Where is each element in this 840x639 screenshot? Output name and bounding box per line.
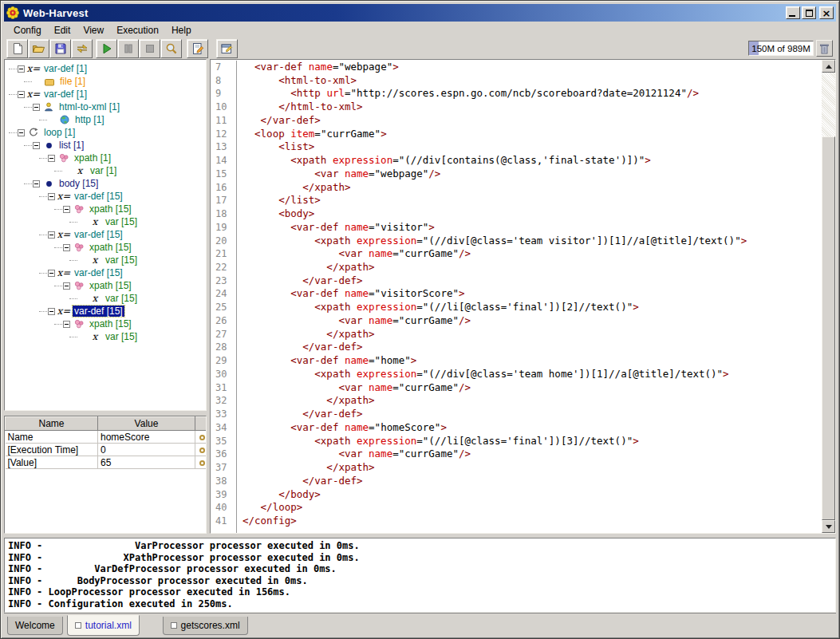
collapse-expander-icon[interactable]	[18, 129, 25, 136]
tree-node[interactable]: xvar [15]	[5, 292, 206, 305]
tree-node[interactable]: x=var-def [1]	[5, 62, 206, 75]
tree-node-label[interactable]: var-def [1]	[42, 63, 89, 74]
scrollbar-thumb[interactable]	[822, 136, 835, 520]
tree-node-label[interactable]: list [1]	[57, 140, 85, 151]
edit-button[interactable]	[187, 39, 208, 58]
tree-node[interactable]: xpath [15]	[5, 318, 206, 330]
magnifier-icon[interactable]	[199, 435, 205, 440]
tree-node-label[interactable]: var-def [15]	[73, 191, 124, 202]
scroll-down-button[interactable]	[822, 520, 835, 533]
tree-node-label[interactable]: var [15]	[104, 216, 139, 227]
tree-node-label[interactable]: xpath [15]	[88, 203, 133, 215]
tree-node[interactable]: x=var-def [1]	[5, 88, 206, 101]
refresh-button[interactable]	[71, 39, 93, 58]
tab-getscores-xml[interactable]: getscores.xml	[163, 617, 248, 635]
tab-welcome[interactable]: Welcome	[7, 617, 63, 635]
tree-node[interactable]: file [1]	[5, 75, 206, 88]
title-bar[interactable]: Web-Harvest ×	[4, 4, 836, 22]
tab-tutorial-xml[interactable]: tutorial.xml	[67, 615, 140, 636]
minimize-button[interactable]	[786, 6, 800, 19]
garbage-collect-button[interactable]	[816, 40, 833, 57]
magnifier-icon[interactable]	[199, 460, 205, 466]
tree-node[interactable]: xvar [15]	[5, 254, 206, 266]
tree-node[interactable]: http [1]	[5, 113, 206, 126]
menu-view[interactable]: View	[77, 23, 110, 37]
properties-button[interactable]	[216, 39, 238, 58]
collapse-expander-icon[interactable]	[48, 308, 55, 315]
column-header-Name[interactable]: Name	[6, 417, 98, 431]
collapse-expander-icon[interactable]	[18, 91, 25, 98]
menu-help[interactable]: Help	[165, 23, 198, 37]
tree-node-label[interactable]: http [1]	[73, 114, 106, 125]
collapse-expander-icon[interactable]	[48, 270, 55, 277]
tree-node-label[interactable]: html-to-xml [1]	[57, 101, 121, 112]
tree-node-label[interactable]: var-def [1]	[42, 89, 89, 100]
tree-node[interactable]: xpath [15]	[5, 203, 206, 215]
tree-node-label[interactable]: var [15]	[104, 293, 139, 304]
editor-scrollbar[interactable]	[822, 60, 835, 533]
magnifier-icon[interactable]	[199, 448, 205, 453]
tree-node[interactable]: xvar [1]	[5, 164, 206, 177]
pause-button[interactable]	[117, 39, 139, 58]
tree-node-label[interactable]: var-def [15]	[73, 229, 124, 240]
menu-config[interactable]: Config	[7, 23, 48, 37]
tree-node[interactable]: list [1]	[5, 139, 206, 152]
tree-node-label[interactable]: xpath [1]	[73, 152, 112, 164]
tree-node-label[interactable]: var [15]	[104, 254, 139, 266]
xml-editor[interactable]: 7891011121314151617181920212223242526272…	[210, 59, 836, 534]
open-button[interactable]	[28, 39, 49, 58]
collapse-expander-icon[interactable]	[48, 193, 55, 200]
scroll-up-button[interactable]	[822, 60, 835, 73]
tree-node[interactable]: x=var-def [15]	[5, 266, 206, 279]
properties-icon	[220, 42, 234, 55]
tree-node[interactable]: xpath [1]	[5, 152, 206, 164]
tree-node[interactable]: body [15]	[5, 177, 206, 190]
collapse-expander-icon[interactable]	[63, 244, 70, 251]
collapse-expander-icon[interactable]	[33, 104, 40, 111]
save-button[interactable]	[49, 39, 71, 58]
config-tree[interactable]: x=var-def [1]file [1]x=var-def [1]html-t…	[4, 59, 207, 411]
tree-node-label[interactable]: xpath [15]	[88, 318, 133, 329]
close-button[interactable]: ×	[819, 6, 834, 19]
maximize-button[interactable]	[802, 6, 816, 19]
column-header-Value[interactable]: Value	[98, 417, 195, 431]
tree-node[interactable]: x=var-def [15]	[5, 190, 206, 203]
stop-button[interactable]	[139, 39, 160, 58]
tree-node-label[interactable]: file [1]	[58, 76, 87, 87]
collapse-expander-icon[interactable]	[48, 231, 55, 239]
tree-node-label[interactable]: var [1]	[89, 165, 118, 176]
collapse-expander-icon[interactable]	[63, 321, 70, 328]
tree-node[interactable]: xvar [15]	[5, 330, 206, 343]
tree-node[interactable]: xpath [15]	[5, 279, 206, 292]
find-button[interactable]	[160, 39, 182, 58]
tree-node-label[interactable]: xpath [15]	[88, 242, 133, 253]
var-def-icon: x=	[58, 230, 69, 240]
menu-execution[interactable]: Execution	[110, 23, 165, 37]
column-header-find[interactable]	[195, 417, 207, 431]
code-area[interactable]: <var-def name="webpage"> <html-to-xml> <…	[238, 61, 822, 533]
tree-node-label[interactable]: body [15]	[57, 178, 100, 189]
tree-node[interactable]: xpath [15]	[5, 241, 206, 254]
tree-node[interactable]: x=var-def [15]	[5, 228, 206, 241]
menu-edit[interactable]: Edit	[48, 23, 77, 37]
table-row[interactable]: [Value]65	[6, 456, 207, 469]
tree-node[interactable]: html-to-xml [1]	[5, 101, 206, 113]
collapse-expander-icon[interactable]	[18, 65, 25, 73]
tree-node[interactable]: loop [1]	[5, 126, 206, 139]
tree-node-label[interactable]: loop [1]	[42, 127, 77, 138]
tree-node-label[interactable]: var-def [15]	[73, 306, 124, 317]
collapse-expander-icon[interactable]	[63, 206, 70, 213]
tree-node-label[interactable]: xpath [15]	[88, 280, 133, 291]
collapse-expander-icon[interactable]	[33, 180, 40, 187]
table-row[interactable]: NamehomeScore	[6, 431, 207, 444]
new-button[interactable]	[6, 39, 28, 58]
tree-node[interactable]: x=var-def [15]	[5, 305, 206, 318]
tree-node-label[interactable]: var [15]	[104, 331, 139, 342]
run-button[interactable]	[96, 39, 117, 58]
collapse-expander-icon[interactable]	[63, 282, 70, 290]
collapse-expander-icon[interactable]	[48, 155, 55, 162]
table-row[interactable]: [Execution Time]0	[6, 444, 207, 456]
tree-node[interactable]: xvar [15]	[5, 215, 206, 228]
collapse-expander-icon[interactable]	[33, 142, 40, 149]
tree-node-label[interactable]: var-def [15]	[73, 267, 124, 278]
